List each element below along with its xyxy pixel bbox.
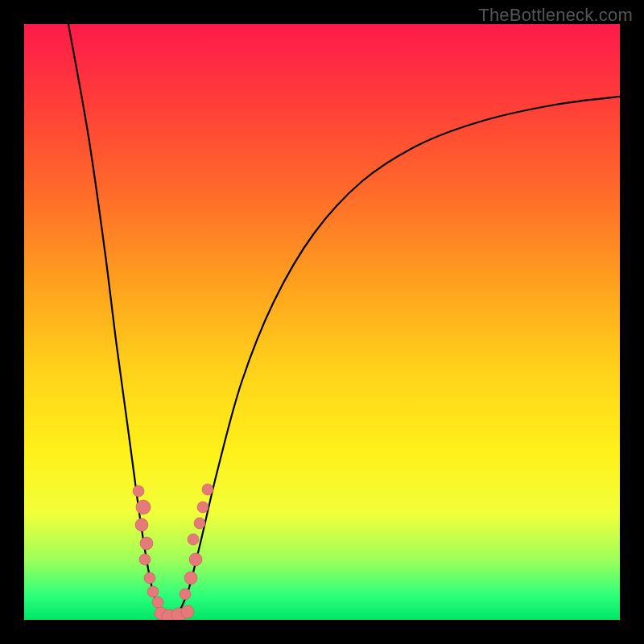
data-point (180, 588, 191, 600)
data-point (181, 605, 194, 618)
plot-area (24, 24, 620, 620)
data-point (139, 554, 151, 565)
watermark-text: TheBottleneck.com (478, 5, 633, 26)
data-point (189, 553, 202, 566)
outer-frame: TheBottleneck.com (0, 0, 644, 644)
data-point (135, 518, 148, 531)
data-point (152, 597, 163, 608)
data-point (133, 485, 144, 497)
data-point (140, 537, 153, 550)
data-point (147, 586, 159, 597)
data-point (194, 518, 205, 529)
data-point (144, 572, 155, 584)
data-point (136, 500, 151, 514)
curve-svg (24, 24, 620, 620)
data-point (202, 484, 213, 495)
data-point (197, 502, 208, 513)
data-point (188, 534, 199, 545)
data-point (184, 572, 197, 584)
bottleneck-curve (68, 24, 620, 618)
